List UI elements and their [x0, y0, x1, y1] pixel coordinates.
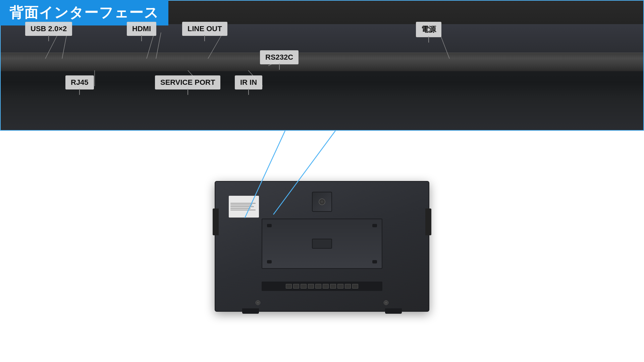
bracket-left: [213, 208, 219, 235]
callout-rs232c: RS232C: [260, 50, 299, 64]
vesa-plate: [262, 219, 382, 269]
bottom-section: [0, 131, 644, 362]
port-8: [337, 284, 343, 289]
top-section: 背面インターフェース USB 2.0×2 HDMI LINE OUT 電源 RJ…: [0, 0, 644, 131]
port-4: [308, 284, 314, 289]
panel-top-surface: [1, 24, 643, 53]
callout-lineout: LINE OUT: [182, 22, 227, 36]
plate-hole-bl: [267, 260, 272, 263]
port-1: [286, 284, 292, 289]
vesa-mount: [312, 192, 332, 212]
monitor-port-strip: [262, 282, 382, 291]
port-7: [330, 284, 336, 289]
port-10: [352, 284, 358, 289]
plate-hole-br: [372, 260, 377, 263]
callout-power: 電源: [416, 22, 441, 37]
page-title: 背面インターフェース: [9, 5, 159, 20]
callout-hdmi: HDMI: [127, 22, 156, 36]
callout-rj45: RJ45: [65, 75, 94, 89]
callout-ir-in: IR IN: [235, 75, 262, 89]
port-panel-strip: [1, 53, 643, 71]
port-9: [345, 284, 351, 289]
info-sticker: [229, 196, 259, 218]
screw-bl: [256, 300, 260, 305]
plate-hole-tr: [372, 224, 377, 227]
monitor-rear-view: [215, 181, 429, 312]
foot-right: [385, 308, 402, 314]
callout-usb: USB 2.0×2: [25, 22, 72, 36]
port-6: [323, 284, 329, 289]
screw-br: [384, 300, 388, 305]
port-2: [293, 284, 299, 289]
bracket-right: [425, 208, 431, 235]
port-5: [315, 284, 321, 289]
foot-left: [242, 308, 259, 314]
vesa-handle: [312, 239, 332, 249]
port-3: [301, 284, 307, 289]
callout-service-port: SERVICE PORT: [155, 75, 220, 89]
plate-hole-tl: [267, 224, 272, 227]
vesa-screw: [319, 198, 325, 205]
